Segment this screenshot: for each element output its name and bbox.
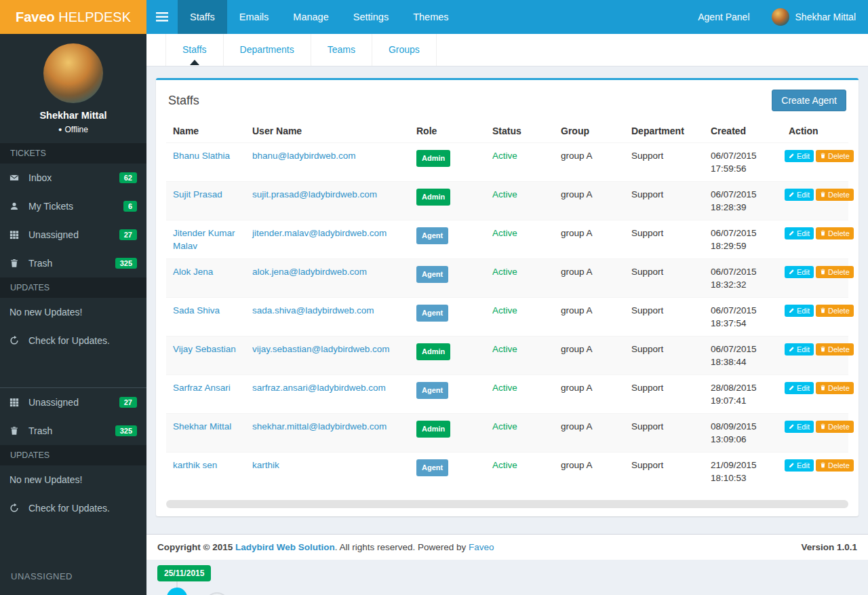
envelope-icon xyxy=(9,173,26,183)
sidebar-item-trash[interactable]: Trash 325 xyxy=(0,249,146,277)
user-menu[interactable]: Shekhar Mittal xyxy=(764,0,868,34)
delete-button[interactable]: Delete xyxy=(816,421,854,433)
edit-button[interactable]: Edit xyxy=(785,189,814,201)
created-time: 18:28:39 xyxy=(711,201,775,214)
user-avatar xyxy=(772,8,789,26)
pencil-icon xyxy=(789,307,795,313)
staff-username-link[interactable]: vijay.sebastian@ladybirdweb.com xyxy=(252,344,390,354)
sidebar-item-label: Check for Updates. xyxy=(26,335,137,346)
trash-icon xyxy=(820,346,826,352)
created-date: 28/08/2015 xyxy=(711,381,775,394)
role-badge: Agent xyxy=(416,227,448,244)
staff-username-link[interactable]: sada.shiva@ladybirdweb.com xyxy=(252,305,374,315)
my-tickets-count-badge: 6 xyxy=(123,201,137,212)
sidebar-item-trash-2[interactable]: Trash 325 xyxy=(0,417,146,445)
timeline-avatar-placeholder xyxy=(205,592,229,595)
table-row: Sujit Prasad sujit.prasad@ladybirdweb.co… xyxy=(166,182,848,220)
sidebar-item-check-updates-2[interactable]: Check for Updates. xyxy=(0,494,146,522)
staff-name-link[interactable]: Jitender Kumar Malav xyxy=(173,228,235,251)
delete-button[interactable]: Delete xyxy=(816,382,854,394)
delete-button[interactable]: Delete xyxy=(816,227,854,239)
edit-button[interactable]: Edit xyxy=(785,150,814,162)
col-header-group: Group xyxy=(554,119,625,143)
edit-button[interactable]: Edit xyxy=(785,227,814,239)
staff-name-link[interactable]: Sujit Prasad xyxy=(173,189,222,199)
nav-item-settings[interactable]: Settings xyxy=(341,0,401,34)
staff-username-link[interactable]: sarfraz.ansari@ladybirdweb.com xyxy=(252,383,386,393)
created-time: 18:10:53 xyxy=(711,472,775,484)
staff-name-link[interactable]: Bhanu Slathia xyxy=(173,151,230,161)
staff-username-link[interactable]: shekhar.mittal@ladybirdweb.com xyxy=(252,421,387,431)
created-time: 18:29:59 xyxy=(711,239,775,252)
edit-button[interactable]: Edit xyxy=(785,343,814,356)
pencil-icon xyxy=(789,346,795,352)
created-date: 06/07/2015 xyxy=(711,304,775,317)
edit-button[interactable]: Edit xyxy=(785,305,814,317)
staff-name-link[interactable]: Sarfraz Ansari xyxy=(173,383,231,393)
staffs-table: Name User Name Role Status Group Departm… xyxy=(166,119,848,491)
sidebar-item-unassigned-2[interactable]: Unassigned 27 xyxy=(0,388,146,417)
horizontal-scrollbar[interactable] xyxy=(166,500,848,508)
staff-name-link[interactable]: karthik sen xyxy=(173,460,217,470)
company-link[interactable]: Ladybird Web Solution xyxy=(235,542,335,552)
edit-button[interactable]: Edit xyxy=(785,382,814,394)
group-text: group A xyxy=(561,151,593,161)
delete-button[interactable]: Delete xyxy=(816,150,854,162)
powered-by-link[interactable]: Faveo xyxy=(469,542,494,552)
trash-icon xyxy=(820,462,826,468)
main-nav: Staffs Emails Manage Settings Themes xyxy=(146,0,461,34)
refresh-icon xyxy=(9,503,26,513)
app-logo[interactable]: Faveo HELPDESK xyxy=(0,0,146,34)
edit-button[interactable]: Edit xyxy=(785,266,814,278)
created-date: 06/07/2015 xyxy=(711,343,775,356)
tab-staffs-label: Staffs xyxy=(182,44,207,55)
tab-teams[interactable]: Teams xyxy=(311,34,372,66)
grid-icon xyxy=(9,230,26,239)
delete-button[interactable]: Delete xyxy=(816,305,854,317)
agent-panel-link[interactable]: Agent Panel xyxy=(684,0,763,34)
nav-item-themes[interactable]: Themes xyxy=(401,0,460,34)
tab-groups[interactable]: Groups xyxy=(372,34,437,66)
trash-icon xyxy=(820,230,826,236)
staff-name-link[interactable]: Shekhar Mittal xyxy=(173,421,231,431)
trash-count-badge: 325 xyxy=(115,425,137,436)
sidebar-item-no-updates: No new Updates! xyxy=(0,298,146,326)
staff-name-link[interactable]: Sada Shiva xyxy=(173,305,220,315)
role-badge: Agent xyxy=(416,305,448,322)
delete-button[interactable]: Delete xyxy=(816,189,854,201)
create-agent-button[interactable]: Create Agent xyxy=(772,90,846,111)
delete-button[interactable]: Delete xyxy=(816,343,854,356)
edit-button[interactable]: Edit xyxy=(785,421,814,433)
delete-button[interactable]: Delete xyxy=(816,266,854,278)
profile-avatar[interactable] xyxy=(43,43,103,103)
sidebar-item-unassigned[interactable]: Unassigned 27 xyxy=(0,220,146,249)
nav-item-staffs[interactable]: Staffs xyxy=(178,0,227,34)
trash-icon xyxy=(820,153,826,159)
sidebar-item-check-updates[interactable]: Check for Updates. xyxy=(0,326,146,355)
sidebar-item-label: Inbox xyxy=(26,172,119,183)
trash-icon xyxy=(820,423,826,429)
staff-username-link[interactable]: jitender.malav@ladybirdweb.com xyxy=(252,228,387,238)
nav-item-emails[interactable]: Emails xyxy=(227,0,281,34)
col-header-action: Action xyxy=(782,119,848,143)
secondary-nav: Staffs Departments Teams Groups xyxy=(146,34,868,66)
sidebar-toggle-button[interactable] xyxy=(146,0,178,34)
created-date: 06/07/2015 xyxy=(711,265,775,278)
nav-item-manage[interactable]: Manage xyxy=(281,0,340,34)
staff-name-link[interactable]: Alok Jena xyxy=(173,267,213,277)
staff-username-link[interactable]: sujit.prasad@ladybirdweb.com xyxy=(252,189,377,199)
delete-button[interactable]: Delete xyxy=(816,459,854,472)
staff-username-link[interactable]: alok.jena@ladybirdweb.com xyxy=(252,267,367,277)
sidebar-item-inbox[interactable]: Inbox 62 xyxy=(0,164,146,192)
staff-name-link[interactable]: Vijay Sebastian xyxy=(173,344,236,354)
inbox-count-badge: 62 xyxy=(119,172,137,183)
staff-username-link[interactable]: bhanu@ladybirdweb.com xyxy=(252,151,356,161)
tab-staffs[interactable]: Staffs xyxy=(165,34,224,66)
group-text: group A xyxy=(561,305,593,315)
sidebar-item-my-tickets[interactable]: My Tickets 6 xyxy=(0,192,146,220)
edit-button[interactable]: Edit xyxy=(785,459,814,472)
staff-username-link[interactable]: karthik xyxy=(252,460,279,470)
trash-icon xyxy=(9,258,26,268)
tab-departments[interactable]: Departments xyxy=(224,34,311,66)
created-date: 08/09/2015 xyxy=(711,420,775,433)
